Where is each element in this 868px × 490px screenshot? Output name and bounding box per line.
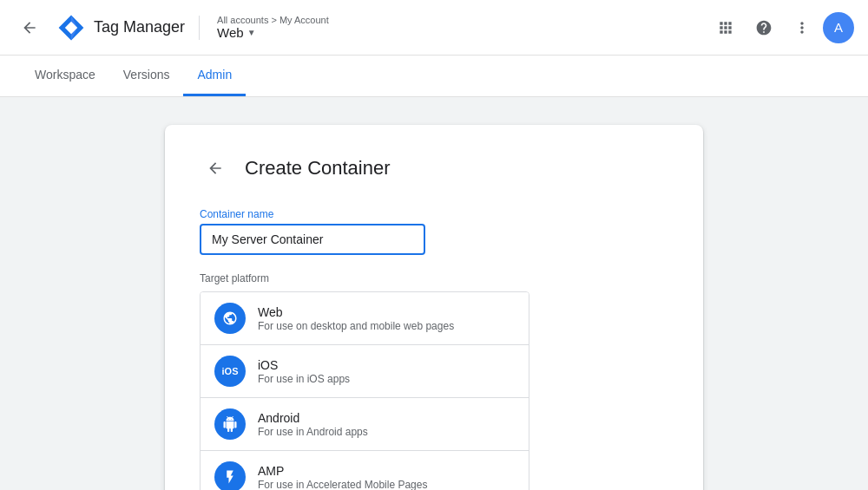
amp-platform-name: AMP: [258, 464, 515, 478]
back-button[interactable]: [14, 12, 45, 43]
app-logo: Tag Manager: [56, 12, 185, 43]
ios-platform-icon: iOS: [214, 356, 246, 387]
platform-item-web[interactable]: Web For use on desktop and mobile web pa…: [201, 292, 529, 345]
container-name-input[interactable]: [200, 224, 425, 255]
top-navigation: Tag Manager All accounts > My Account We…: [0, 0, 868, 56]
android-platform-icon: [214, 408, 246, 440]
ios-platform-desc: For use in iOS apps: [258, 373, 515, 385]
web-platform-icon: [214, 303, 246, 334]
app-name: Tag Manager: [94, 18, 185, 36]
web-platform-desc: For use on desktop and mobile web pages: [258, 320, 515, 332]
nav-divider: [199, 16, 200, 40]
web-platform-info: Web For use on desktop and mobile web pa…: [258, 305, 515, 332]
chevron-down-icon: ▼: [247, 28, 256, 37]
apps-button[interactable]: [708, 10, 743, 45]
topnav-icons: A: [708, 10, 854, 45]
platform-item-ios[interactable]: iOS iOS For use in iOS apps: [201, 345, 529, 398]
gtm-logo-icon: [56, 12, 87, 43]
more-options-button[interactable]: [785, 10, 819, 45]
tab-admin[interactable]: Admin: [183, 56, 246, 96]
tab-versions[interactable]: Versions: [109, 56, 184, 96]
help-button[interactable]: [746, 10, 781, 45]
avatar[interactable]: A: [823, 12, 854, 43]
amp-platform-icon: [214, 461, 246, 490]
secondary-navigation: Workspace Versions Admin: [0, 56, 868, 97]
android-platform-desc: For use in Android apps: [258, 426, 515, 438]
android-platform-name: Android: [258, 411, 515, 425]
android-platform-info: Android For use in Android apps: [258, 411, 515, 438]
card-title: Create Container: [245, 157, 391, 180]
container-name-label: Container name: [200, 208, 668, 220]
container-selector-label: Web: [217, 25, 244, 40]
card-back-button[interactable]: [200, 153, 231, 184]
amp-platform-desc: For use in Accelerated Mobile Pages: [258, 479, 515, 491]
main-content: Create Container Container name Target p…: [0, 97, 868, 490]
web-platform-name: Web: [258, 305, 515, 319]
target-platform-group: Target platform Web For use on desktop a…: [200, 272, 668, 490]
tab-workspace[interactable]: Workspace: [21, 56, 109, 96]
ios-platform-info: iOS For use in iOS apps: [258, 358, 515, 385]
ios-platform-name: iOS: [258, 358, 515, 372]
card-header: Create Container: [200, 153, 668, 184]
breadcrumb: All accounts > My Account: [217, 15, 329, 25]
platform-label: Target platform: [200, 272, 668, 284]
platform-item-android[interactable]: Android For use in Android apps: [201, 398, 529, 451]
container-selector[interactable]: Web ▼: [217, 25, 329, 40]
create-container-card: Create Container Container name Target p…: [165, 125, 703, 490]
platform-item-amp[interactable]: AMP For use in Accelerated Mobile Pages: [201, 451, 529, 490]
container-name-group: Container name: [200, 208, 668, 255]
amp-platform-info: AMP For use in Accelerated Mobile Pages: [258, 464, 515, 491]
platform-list: Web For use on desktop and mobile web pa…: [200, 291, 529, 490]
account-area: All accounts > My Account Web ▼: [217, 15, 329, 40]
